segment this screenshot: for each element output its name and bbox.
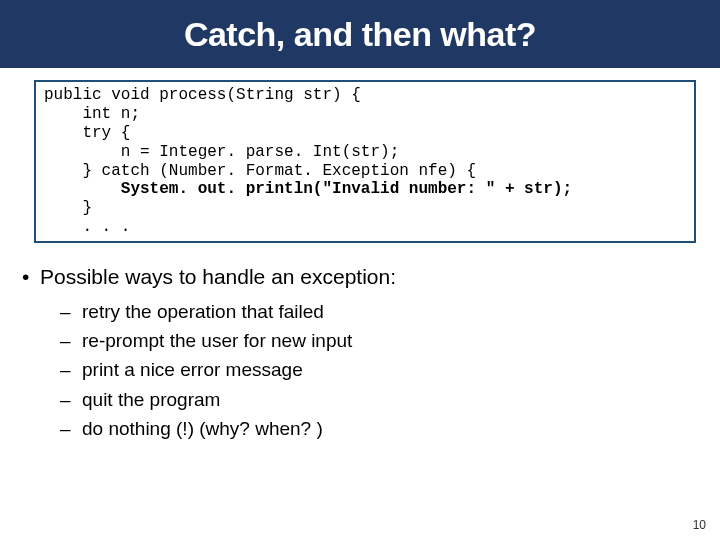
sub-item: – do nothing (!) (why? when? ) [60,414,696,443]
code-line-3: try { [44,124,130,142]
sub-text: retry the operation that failed [82,297,324,326]
sub-item: – re-prompt the user for new input [60,326,696,355]
bullet-icon: • [22,261,40,293]
bullet-text: Possible ways to handle an exception: [40,261,396,293]
sub-item: – retry the operation that failed [60,297,696,326]
code-block: public void process(String str) { int n;… [34,80,696,243]
sub-text: print a nice error message [82,355,303,384]
code-line-1: public void process(String str) { [44,86,361,104]
dash-icon: – [60,385,82,414]
sub-text: do nothing (!) (why? when? ) [82,414,323,443]
sub-list: – retry the operation that failed – re-p… [60,297,696,444]
code-line-8: . . . [44,218,130,236]
dash-icon: – [60,326,82,355]
slide: Catch, and then what? public void proces… [0,0,720,540]
bullet-item: • Possible ways to handle an exception: [22,261,696,293]
dash-icon: – [60,355,82,384]
code-line-2: int n; [44,105,140,123]
body-content: • Possible ways to handle an exception: … [22,261,696,444]
dash-icon: – [60,414,82,443]
page-number: 10 [693,518,706,532]
code-line-6-indent [44,180,121,198]
code-line-6-bold: System. out. println("Invalid number: " … [121,180,572,198]
sub-item: – quit the program [60,385,696,414]
sub-item: – print a nice error message [60,355,696,384]
sub-text: re-prompt the user for new input [82,326,352,355]
slide-title: Catch, and then what? [184,15,536,54]
sub-text: quit the program [82,385,220,414]
code-line-5: } catch (Number. Format. Exception nfe) … [44,162,476,180]
code-line-4: n = Integer. parse. Int(str); [44,143,399,161]
title-bar: Catch, and then what? [0,0,720,68]
code-line-7: } [44,199,92,217]
dash-icon: – [60,297,82,326]
